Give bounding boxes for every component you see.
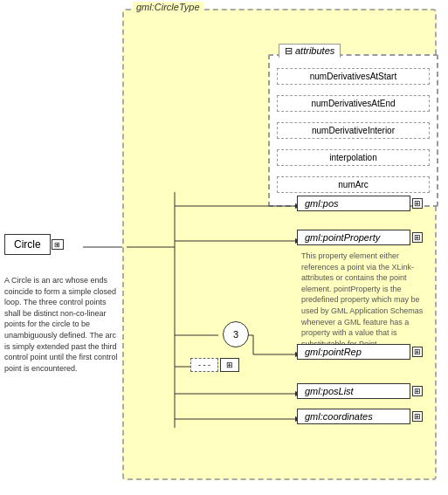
bottom-connector-row: - - - ⊞ — [190, 358, 239, 372]
gml-pos-box[interactable]: gml:pos — [297, 196, 410, 211]
diagram-container: gml:CircleType attributes numDerivatives… — [0, 0, 448, 495]
gml-pointproperty-description: This property element either references … — [301, 251, 437, 349]
gml-pointrep-row: gml:pointRep ⊞ — [297, 344, 423, 360]
attr-numDerivativesAtEnd: numDerivativesAtEnd — [277, 95, 430, 112]
gml-coordinates-expand[interactable]: ⊞ — [412, 411, 423, 422]
circle-box: Circle ⊞ — [4, 234, 51, 255]
gml-pointrep-box[interactable]: gml:pointRep — [297, 344, 410, 360]
circle-label: Circle — [14, 238, 41, 251]
attr-interpolation: interpolation — [277, 149, 430, 166]
attributes-box: attributes numDerivativesAtStart numDeri… — [268, 54, 438, 207]
gml-pointrep-expand[interactable]: ⊞ — [412, 347, 423, 357]
multiplicity-circle: 3 — [223, 321, 249, 347]
attributes-tab: attributes — [279, 44, 341, 58]
circle-connector-box: ⊞ — [52, 239, 64, 250]
gml-poslist-row: gml:posList ⊞ — [297, 383, 423, 399]
gml-pointproperty-row: gml:pointProperty ⊞ — [297, 230, 423, 245]
multiplicity-value: 3 — [233, 329, 238, 340]
gml-coordinates-row: gml:coordinates ⊞ — [297, 409, 423, 424]
attr-numDerivativeInterior: numDerivativeInterior — [277, 122, 430, 139]
solid-connector: ⊞ — [220, 358, 239, 372]
dash-connector-1: - - - — [190, 358, 218, 372]
gml-pos-expand[interactable]: ⊞ — [412, 198, 423, 209]
circle-description: A Circle is an arc whose ends coincide t… — [4, 275, 118, 374]
gml-coordinates-box[interactable]: gml:coordinates — [297, 409, 410, 424]
gml-pointproperty-box[interactable]: gml:pointProperty — [297, 230, 410, 245]
connector-symbol: ⊞ — [226, 361, 233, 369]
attr-numDerivativesAtStart: numDerivativesAtStart — [277, 68, 430, 85]
gml-poslist-expand[interactable]: ⊞ — [412, 386, 423, 396]
gml-pos-row: gml:pos ⊞ — [297, 196, 423, 211]
main-box-label: gml:CircleType — [133, 2, 203, 12]
gml-poslist-box[interactable]: gml:posList — [297, 383, 410, 399]
attr-numArc: numArc — [277, 176, 430, 193]
gml-pointproperty-expand[interactable]: ⊞ — [412, 232, 423, 243]
